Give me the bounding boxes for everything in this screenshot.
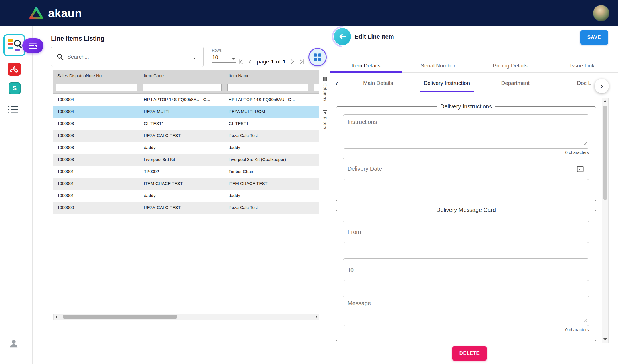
subtabs-scroll-left-icon[interactable]: ‹ — [330, 78, 344, 88]
cell-dispatch-note-no[interactable]: 1000003 — [53, 118, 140, 130]
cell-item-code[interactable]: GL TEST1 — [140, 118, 225, 130]
table-row[interactable]: 1000000 REZA-CALC-TEST Reza-Calc-Test — [53, 202, 319, 214]
horizontal-scroll-track[interactable] — [59, 314, 314, 320]
table-row[interactable]: 1000001 ITEM GRACE TEST ITEM GRACE TEST — [53, 178, 319, 190]
columns-panel-toggle[interactable]: Columns — [323, 77, 328, 102]
table-row[interactable]: 1000003 daddy daddy — [53, 142, 319, 154]
cell-item-code[interactable]: REZA-CALC-TEST — [140, 202, 225, 214]
cell-item-name[interactable]: Reza-Calc-Test — [225, 202, 311, 214]
cell-item-code[interactable]: REZA-CALC-TEST — [140, 130, 225, 142]
scroll-left-arrow[interactable] — [54, 314, 59, 320]
table-row[interactable]: 1000003 GL TEST1 GL TEST1 — [53, 118, 319, 130]
cell-dispatch-note-no[interactable]: 1000003 — [53, 130, 140, 142]
detail-title: Edit Line Item — [354, 28, 394, 45]
cell-dispatch-note-no[interactable]: 1000001 — [53, 166, 140, 178]
cell-item-name[interactable]: daddy — [225, 142, 311, 154]
tab-item-details[interactable]: Item Details — [330, 59, 402, 72]
table-row[interactable]: 1000003 Liverpool 3rd Kit Liverpool 3rd … — [53, 154, 319, 166]
vertical-scrollbar[interactable] — [602, 98, 609, 343]
filters-panel-toggle[interactable]: Filters — [323, 110, 328, 129]
filter-input-clipped[interactable] — [314, 84, 319, 91]
table-row[interactable]: 1000003 REZA-CALC-TEST Reza-Calc-Test — [53, 130, 319, 142]
message-textarea[interactable] — [343, 296, 589, 326]
line-items-table: Sales DispatchNote No Item Code Item Nam… — [53, 70, 319, 214]
previous-page-button[interactable] — [247, 59, 253, 65]
brand-logo[interactable]: akaun — [29, 7, 82, 20]
cell-dispatch-note-no[interactable]: 1000004 — [53, 106, 140, 118]
cell-item-code[interactable]: ITEM GRACE TEST — [140, 178, 225, 190]
table-row-selected[interactable]: 1000004 REZA-MULTI REZA MULTI-UOM — [53, 106, 319, 118]
filter-input-dispatch-note-no[interactable] — [56, 84, 137, 91]
subtab-delivery-instruction[interactable]: Delivery Instruction — [412, 74, 481, 92]
page-indicator: page 1 of 1 — [257, 59, 286, 65]
column-header-dispatch-note-no[interactable]: Sales DispatchNote No — [53, 70, 140, 81]
calendar-icon[interactable] — [576, 165, 584, 173]
detail-tabs: Item Details Serial Number Pricing Detai… — [330, 59, 618, 73]
cell-item-name[interactable]: REZA MULTI-UOM — [225, 106, 311, 118]
cell-item-code[interactable]: daddy — [140, 190, 225, 202]
message-char-count: 0 characters — [343, 327, 589, 332]
cell-item-code[interactable]: REZA-MULTI — [140, 106, 225, 118]
save-button[interactable]: SAVE — [580, 30, 608, 45]
tab-serial-number[interactable]: Serial Number — [402, 59, 474, 72]
delivery-date-input[interactable] — [343, 158, 589, 180]
tab-issue-link[interactable]: Issue Link — [546, 59, 618, 72]
instructions-textarea[interactable] — [343, 114, 589, 149]
to-input[interactable] — [343, 258, 589, 281]
vertical-scroll-track[interactable] — [602, 104, 608, 336]
cell-dispatch-note-no[interactable]: 1000001 — [53, 190, 140, 202]
cell-item-name[interactable]: HP LAPTOP 14S-FQ0058AU - G... — [225, 94, 311, 106]
sidebar-toggle-button[interactable] — [22, 38, 43, 53]
from-input[interactable] — [343, 221, 589, 243]
cell-item-code[interactable]: TP0002 — [140, 166, 225, 178]
cell-dispatch-note-no[interactable]: 1000003 — [53, 142, 140, 154]
subtabs-scroll-right-button[interactable]: › — [595, 79, 609, 93]
scroll-right-arrow[interactable] — [314, 314, 319, 320]
app-launcher-icon[interactable] — [3, 34, 25, 56]
cell-item-code[interactable]: daddy — [140, 142, 225, 154]
cell-item-name[interactable]: Timber Chair — [225, 166, 311, 178]
next-page-button[interactable] — [289, 59, 295, 65]
cell-item-code[interactable]: Liverpool 3rd Kit — [140, 154, 225, 166]
filter-input-item-code[interactable] — [143, 84, 222, 91]
last-page-button[interactable] — [299, 59, 305, 65]
cell-item-name[interactable]: daddy — [225, 190, 311, 202]
subtab-department[interactable]: Department — [481, 74, 550, 92]
cell-dispatch-note-no[interactable]: 1000001 — [53, 178, 140, 190]
search-input[interactable] — [67, 54, 190, 60]
column-header-item-name[interactable]: Item Name — [225, 70, 311, 81]
document-s-icon[interactable]: S — [9, 82, 21, 94]
table-filter-row — [53, 81, 319, 94]
profile-icon[interactable] — [8, 338, 19, 351]
delete-button[interactable]: DELETE — [452, 346, 487, 361]
back-button[interactable] — [334, 28, 351, 45]
column-header-item-code[interactable]: Item Code — [140, 70, 225, 81]
user-avatar[interactable] — [593, 5, 609, 21]
cell-item-name[interactable]: GL TEST1 — [225, 118, 311, 130]
cell-item-code[interactable]: HP LAPTOP 14S-FQ0058AU - G... — [140, 94, 225, 106]
cell-item-name[interactable]: Reza-Calc-Test — [225, 130, 311, 142]
table-row[interactable]: 1000001 daddy daddy — [53, 190, 319, 202]
rows-per-page-select[interactable]: 10 — [212, 53, 236, 63]
pdf-icon[interactable] — [7, 62, 21, 77]
cell-dispatch-note-no[interactable]: 1000000 — [53, 202, 140, 214]
list-icon[interactable] — [8, 105, 19, 114]
first-page-button[interactable] — [237, 59, 244, 65]
cell-dispatch-note-no[interactable]: 1000004 — [53, 94, 140, 106]
filter-input-item-name[interactable] — [227, 84, 308, 91]
horizontal-scrollbar[interactable] — [53, 314, 319, 320]
scroll-down-arrow[interactable] — [602, 336, 608, 343]
page-title: Line Items Listing — [51, 35, 104, 42]
table-row[interactable]: 1000004 HP LAPTOP 14S-FQ0058AU - G... HP… — [53, 94, 319, 106]
scroll-up-arrow[interactable] — [602, 98, 608, 104]
table-row[interactable]: 1000001 TP0002 Timber Chair — [53, 166, 319, 178]
cell-dispatch-note-no[interactable]: 1000003 — [53, 154, 140, 166]
cell-item-name[interactable]: ITEM GRACE TEST — [225, 178, 311, 190]
grid-view-button[interactable] — [308, 48, 327, 66]
vertical-scroll-thumb[interactable] — [603, 106, 607, 200]
tab-pricing-details[interactable]: Pricing Details — [474, 59, 546, 72]
subtab-main-details[interactable]: Main Details — [344, 74, 412, 92]
horizontal-scroll-thumb[interactable] — [63, 315, 177, 319]
cell-item-name[interactable]: Liverpool 3rd Kit (Goalkeeper) — [225, 154, 311, 166]
filter-list-icon[interactable] — [190, 53, 198, 60]
